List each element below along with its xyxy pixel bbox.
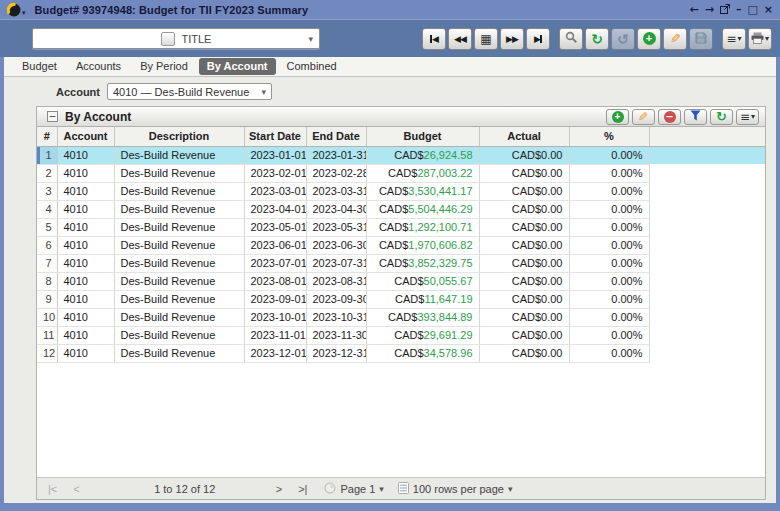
add-button[interactable]: + (637, 28, 661, 50)
cell-start-date[interactable]: 2023-05-01 (244, 218, 306, 236)
close-icon[interactable]: × (764, 4, 773, 15)
cell-end-date[interactable]: 2023-05-31 (306, 218, 366, 236)
cell-actual[interactable]: CAD$0.00 (479, 236, 569, 254)
cell-number[interactable]: 11 (37, 326, 57, 344)
cell-budget[interactable]: CAD$1,292,100.71 (366, 218, 479, 236)
cell-end-date[interactable]: 2023-03-31 (306, 182, 366, 200)
edit-button[interactable]: ✎ (663, 28, 687, 50)
cell-start-date[interactable]: 2023-08-01 (244, 272, 306, 290)
cell-account[interactable]: 4010 (57, 164, 114, 182)
forward-icon[interactable]: → (705, 4, 714, 15)
cell-actual[interactable]: CAD$0.00 (479, 308, 569, 326)
cell-budget[interactable]: CAD$3,530,441.17 (366, 182, 479, 200)
panel-filter-button[interactable] (684, 109, 707, 125)
cell-account[interactable]: 4010 (57, 254, 114, 272)
cell-budget[interactable]: CAD$3,852,329.75 (366, 254, 479, 272)
list-menu-button[interactable]: ≡ ▾ (722, 28, 746, 50)
tab-combined[interactable]: Combined (279, 58, 345, 75)
cell-percent[interactable]: 0.00% (569, 200, 649, 218)
cell-number[interactable]: 3 (37, 182, 57, 200)
cell-budget[interactable]: CAD$34,578.96 (366, 344, 479, 362)
panel-delete-button[interactable]: − (658, 109, 681, 125)
undo-button[interactable]: ↺ (611, 28, 635, 50)
cell-account[interactable]: 4010 (57, 344, 114, 362)
account-select[interactable]: 4010 — Des-Build Revenue ▾ (107, 83, 272, 100)
table-row[interactable]: 4 4010 Des-Build Revenue 2023-04-01 2023… (37, 200, 765, 218)
cell-budget[interactable]: CAD$287,003.22 (366, 164, 479, 182)
cell-start-date[interactable]: 2023-07-01 (244, 254, 306, 272)
cell-percent[interactable]: 0.00% (569, 236, 649, 254)
column-description[interactable]: Description (114, 127, 244, 146)
tab-budget[interactable]: Budget (14, 58, 65, 75)
cell-percent[interactable]: 0.00% (569, 308, 649, 326)
first-record-button[interactable]: ◀ (422, 28, 446, 50)
table-row[interactable]: 8 4010 Des-Build Revenue 2023-08-01 2023… (37, 272, 765, 290)
cell-actual[interactable]: CAD$0.00 (479, 182, 569, 200)
collapse-icon[interactable]: − (47, 111, 58, 122)
cell-percent[interactable]: 0.00% (569, 164, 649, 182)
window-menu-caret-icon[interactable]: ▾ (22, 9, 26, 17)
cell-description[interactable]: Des-Build Revenue (114, 218, 244, 236)
cell-actual[interactable]: CAD$0.00 (479, 164, 569, 182)
search-option-button[interactable] (161, 32, 175, 46)
cell-number[interactable]: 4 (37, 200, 57, 218)
next-page-button[interactable]: > (273, 483, 285, 495)
cell-percent[interactable]: 0.00% (569, 326, 649, 344)
save-button[interactable] (689, 28, 713, 50)
table-row[interactable]: 5 4010 Des-Build Revenue 2023-05-01 2023… (37, 218, 765, 236)
table-row[interactable]: 2 4010 Des-Build Revenue 2023-02-01 2023… (37, 164, 765, 182)
cell-budget[interactable]: CAD$393,844.89 (366, 308, 479, 326)
cell-start-date[interactable]: 2023-04-01 (244, 200, 306, 218)
table-row[interactable]: 6 4010 Des-Build Revenue 2023-06-01 2023… (37, 236, 765, 254)
app-logo-icon[interactable]: ▾ (7, 3, 26, 17)
panel-add-button[interactable]: + (606, 109, 629, 125)
cell-description[interactable]: Des-Build Revenue (114, 254, 244, 272)
cell-number[interactable]: 7 (37, 254, 57, 272)
cell-account[interactable]: 4010 (57, 182, 114, 200)
cell-account[interactable]: 4010 (57, 236, 114, 254)
cell-start-date[interactable]: 2023-12-01 (244, 344, 306, 362)
cell-percent[interactable]: 0.00% (569, 182, 649, 200)
cell-start-date[interactable]: 2023-06-01 (244, 236, 306, 254)
table-row[interactable]: 12 4010 Des-Build Revenue 2023-12-01 202… (37, 344, 765, 362)
search-input[interactable] (36, 30, 161, 47)
tab-by-account[interactable]: By Account (199, 58, 276, 75)
back-icon[interactable]: ← (689, 4, 698, 15)
cell-actual[interactable]: CAD$0.00 (479, 344, 569, 362)
cell-actual[interactable]: CAD$0.00 (479, 218, 569, 236)
table-row[interactable]: 1 4010 Des-Build Revenue 2023-01-01 2023… (37, 146, 765, 164)
next-record-button[interactable]: ▶▶ (500, 28, 524, 50)
cell-percent[interactable]: 0.00% (569, 344, 649, 362)
cell-end-date[interactable]: 2023-11-30 (306, 326, 366, 344)
cell-number[interactable]: 9 (37, 290, 57, 308)
cell-end-date[interactable]: 2023-01-31 (306, 146, 366, 164)
cell-budget[interactable]: CAD$50,055.67 (366, 272, 479, 290)
cell-account[interactable]: 4010 (57, 272, 114, 290)
search-button[interactable] (559, 28, 583, 50)
tab-by-period[interactable]: By Period (132, 58, 196, 75)
cell-number[interactable]: 5 (37, 218, 57, 236)
cell-account[interactable]: 4010 (57, 290, 114, 308)
cell-number[interactable]: 2 (37, 164, 57, 182)
cell-account[interactable]: 4010 (57, 200, 114, 218)
maximize-icon[interactable]: □ (747, 4, 757, 15)
cell-actual[interactable]: CAD$0.00 (479, 290, 569, 308)
cell-description[interactable]: Des-Build Revenue (114, 344, 244, 362)
cell-account[interactable]: 4010 (57, 218, 114, 236)
print-button[interactable]: ▾ (748, 28, 772, 50)
column-budget[interactable]: Budget (366, 127, 479, 146)
cell-actual[interactable]: CAD$0.00 (479, 146, 569, 164)
table-row[interactable]: 3 4010 Des-Build Revenue 2023-03-01 2023… (37, 182, 765, 200)
column-end-date[interactable]: End Date (306, 127, 366, 146)
cell-description[interactable]: Des-Build Revenue (114, 326, 244, 344)
cell-end-date[interactable]: 2023-09-30 (306, 290, 366, 308)
cell-description[interactable]: Des-Build Revenue (114, 290, 244, 308)
cell-actual[interactable]: CAD$0.00 (479, 254, 569, 272)
panel-refresh-button[interactable]: ↻ (710, 109, 733, 125)
previous-page-button[interactable]: < (70, 483, 82, 495)
cell-end-date[interactable]: 2023-06-30 (306, 236, 366, 254)
cell-number[interactable]: 8 (37, 272, 57, 290)
first-page-button[interactable]: |< (45, 483, 60, 495)
column-number[interactable]: # (37, 127, 57, 146)
last-page-button[interactable]: >| (295, 483, 310, 495)
